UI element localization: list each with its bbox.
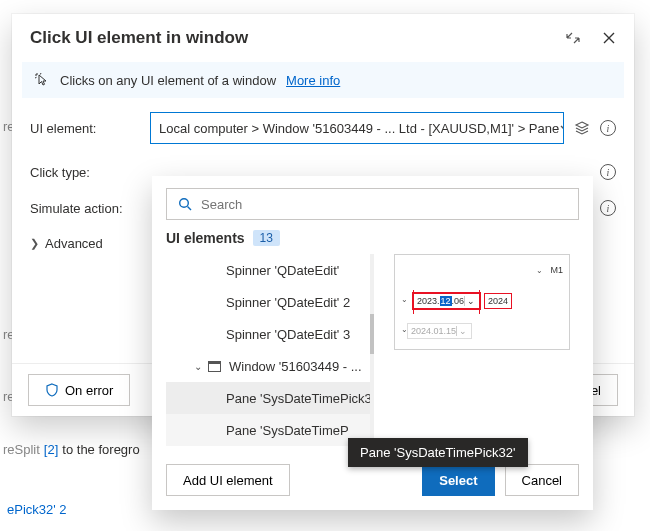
more-info-link[interactable]: More info	[286, 73, 340, 88]
cancel-button[interactable]: Cancel	[505, 464, 579, 496]
label-click-type: Click type:	[30, 165, 150, 180]
svg-point-0	[180, 199, 189, 208]
preview-text: 12	[440, 296, 452, 306]
info-icon[interactable]: i	[600, 200, 616, 216]
tree-item-label: Window '51603449 - ...	[229, 359, 362, 374]
shield-icon	[45, 383, 59, 397]
on-error-button[interactable]: On error	[28, 374, 130, 406]
tree-item[interactable]: Spinner 'QDateEdit' 2	[166, 286, 374, 318]
on-error-label: On error	[65, 383, 113, 398]
banner-text: Clicks on any UI element of a window	[60, 73, 276, 88]
element-preview: ⌄ M1 ⌄ 2023.12.06 ⌄ 2024 ⌄ 2024.01.15 ⌄	[394, 254, 570, 350]
search-input[interactable]	[201, 197, 568, 212]
info-icon[interactable]: i	[600, 164, 616, 180]
preview-text: 2024.01.15	[411, 326, 456, 336]
chevron-down-icon: ⌄	[194, 361, 202, 372]
preview-text: .06	[452, 296, 465, 306]
tree-item[interactable]: Spinner 'QDateEdit' 3	[166, 318, 374, 350]
scrollbar-thumb[interactable]	[370, 314, 374, 354]
info-banner: Clicks on any UI element of a window Mor…	[22, 62, 624, 98]
calendar-icon: ⌄	[464, 296, 476, 306]
label-simulate: Simulate action:	[30, 201, 150, 216]
cursor-click-icon	[34, 72, 50, 88]
chevron-down-icon: ⌄	[536, 266, 543, 275]
tooltip: Pane 'SysDateTimePick32'	[348, 438, 528, 467]
bg-text: reSplit	[3, 442, 40, 457]
element-tree[interactable]: Spinner 'QDateEdit' Spinner 'QDateEdit' …	[166, 254, 374, 450]
preview-text: 2024.01.15 ⌄	[407, 323, 472, 339]
tree-item-selected[interactable]: Pane 'SysDateTimePick32'	[166, 382, 374, 414]
chevron-right-icon: ❯	[30, 237, 39, 250]
ui-elements-heading: UI elements	[166, 230, 245, 246]
add-ui-element-button[interactable]: Add UI element	[166, 464, 290, 496]
window-icon	[208, 361, 221, 372]
tree-item[interactable]: Pane 'SysDateTimeP	[166, 414, 374, 446]
tree-item[interactable]: Spinner 'QDateEdit'	[166, 254, 374, 286]
search-box[interactable]	[166, 188, 579, 220]
ui-element-picker[interactable]: Local computer > Window '51603449 - ... …	[150, 112, 564, 144]
select-button[interactable]: Select	[422, 464, 494, 496]
preview-text: M1	[550, 265, 563, 275]
tree-item-window[interactable]: ⌄ Window '51603449 - ...	[166, 350, 374, 382]
search-icon	[177, 196, 193, 212]
expand-icon[interactable]	[566, 31, 580, 45]
info-icon[interactable]: i	[600, 120, 616, 136]
preview-text: 2024	[484, 293, 512, 309]
calendar-icon: ⌄	[456, 326, 468, 336]
count-badge: 13	[253, 230, 280, 246]
advanced-label: Advanced	[45, 236, 103, 251]
preview-text: 2023.	[417, 296, 440, 306]
bg-link[interactable]: ePick32' 2	[7, 502, 67, 517]
label-ui-element: UI element:	[30, 121, 150, 136]
bg-text: to the foregro	[62, 442, 139, 457]
layers-icon[interactable]	[574, 120, 590, 136]
ui-element-value: Local computer > Window '51603449 - ... …	[159, 121, 559, 136]
close-icon[interactable]	[602, 31, 616, 45]
chevron-down-icon	[559, 122, 564, 134]
dialog-title: Click UI element in window	[30, 28, 248, 48]
preview-highlight: 2023.12.06 ⌄	[413, 293, 480, 309]
bg-link[interactable]: [2]	[44, 442, 58, 457]
